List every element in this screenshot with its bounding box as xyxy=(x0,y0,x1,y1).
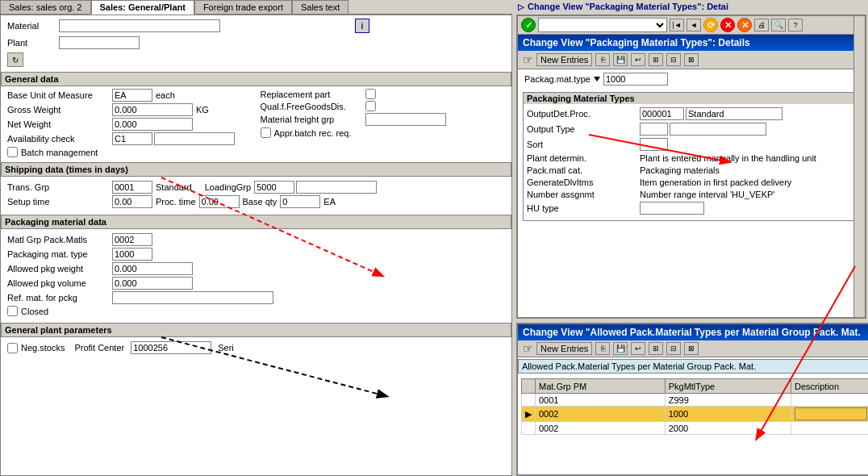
popup-extra-btn[interactable]: ⊠ xyxy=(684,342,699,355)
first-btn[interactable]: |◄ xyxy=(670,19,684,31)
closed-label: Closed xyxy=(21,307,48,316)
mat-freight-input[interactable] xyxy=(365,113,446,126)
generate-dlv-row: GenerateDlvItms Item generation in first… xyxy=(527,177,856,187)
number-assgnmt-label: Number assgnmt xyxy=(527,190,640,199)
allowed-pkg-volume-row: Allowed pkg volume xyxy=(7,277,505,290)
trans-grp-row: Trans. Grp Standard LoadingGrp xyxy=(7,181,505,194)
table-row[interactable]: 0001 Z999 xyxy=(522,394,869,407)
pkg-mat-type-value[interactable] xyxy=(603,73,668,86)
proc-time-input[interactable] xyxy=(199,195,240,208)
setup-time-label: Setup time xyxy=(7,197,112,207)
row-desc xyxy=(791,394,868,407)
delete-btn[interactable]: ✕ xyxy=(737,18,752,32)
table-row-selected[interactable]: ▶ 0002 1000 xyxy=(522,407,869,422)
new-entries-btn[interactable]: New Entries xyxy=(536,53,592,66)
tab-sales-text[interactable]: Sales text xyxy=(292,0,348,14)
tab-foreign-trade[interactable]: Foreign trade export xyxy=(194,0,292,14)
tab-sales-general[interactable]: Sales: General/Plant xyxy=(91,0,194,15)
trans-grp-input[interactable] xyxy=(112,181,152,194)
row-pkgtype-2: 2000 xyxy=(665,422,791,435)
base-unit-label: Base Unit of Measure xyxy=(7,90,112,100)
help-icon[interactable]: ? xyxy=(788,19,803,31)
allowed-pkg-volume-input[interactable] xyxy=(112,277,193,290)
copy-btn[interactable]: ⎘ xyxy=(595,53,610,66)
appr-batch-checkbox[interactable] xyxy=(261,127,271,138)
find-icon[interactable]: 🔍 xyxy=(771,19,786,31)
sort-row: Sort xyxy=(527,138,856,151)
trans-grp-label: Trans. Grp xyxy=(7,182,112,192)
table-row-2[interactable]: 0002 2000 xyxy=(522,422,869,435)
right-scrollbar[interactable] xyxy=(853,16,865,317)
dropdown-arrow xyxy=(594,77,600,81)
output-det-desc[interactable] xyxy=(686,107,782,120)
base-qty-unit: EA xyxy=(323,197,336,207)
popup-undo-btn[interactable]: ↩ xyxy=(631,342,645,355)
number-assgnmt-row: Number assgnmt Number range interval 'HU… xyxy=(527,190,856,199)
gross-weight-unit: KG xyxy=(196,105,209,115)
output-type-input[interactable] xyxy=(640,123,668,136)
neg-stocks-checkbox[interactable] xyxy=(7,343,18,353)
profit-center-input[interactable] xyxy=(131,341,211,354)
popup-window: Change View "Allowed Pack.Material Types… xyxy=(516,323,868,476)
hu-type-input[interactable] xyxy=(640,202,704,215)
popup-copy-btn[interactable]: ⎘ xyxy=(595,342,610,355)
extra-btn[interactable]: ⊠ xyxy=(684,53,699,66)
row-matgrp-2: 0002 xyxy=(536,422,666,435)
save-btn2[interactable]: 💾 xyxy=(613,53,628,66)
free-goods-row: Qual.f.FreeGoodsDis. xyxy=(261,101,506,111)
popup-move-btn[interactable]: ⊟ xyxy=(666,342,681,355)
move-btn[interactable]: ⊟ xyxy=(666,53,681,66)
availability-check-desc[interactable] xyxy=(154,132,235,145)
confirm-btn[interactable]: ✓ xyxy=(521,18,536,32)
cancel-btn[interactable]: ✕ xyxy=(720,18,735,32)
tab-sales-org[interactable]: Sales: sales org. 2 xyxy=(0,0,91,14)
base-unit-desc: each xyxy=(156,90,175,100)
gross-weight-input[interactable] xyxy=(112,103,193,116)
ref-mat-input[interactable] xyxy=(112,291,273,304)
matl-grp-row: Matl Grp Pack.Matls xyxy=(7,233,505,246)
col-header-select xyxy=(522,379,536,394)
free-goods-checkbox[interactable] xyxy=(365,101,376,111)
hu-type-row: HU type xyxy=(527,202,856,215)
gross-weight-label: Gross Weight xyxy=(7,105,112,115)
sort-input[interactable] xyxy=(640,138,668,151)
base-unit-input[interactable] xyxy=(112,89,152,102)
setup-time-input[interactable] xyxy=(112,195,152,208)
closed-checkbox[interactable] xyxy=(7,306,18,316)
prev-btn[interactable]: ◄ xyxy=(686,19,701,31)
matl-grp-input[interactable] xyxy=(112,233,152,246)
output-type-desc[interactable] xyxy=(670,123,766,136)
net-weight-input[interactable] xyxy=(112,118,193,131)
ref-btn[interactable]: ⊞ xyxy=(649,53,663,66)
batch-mgmt-checkbox[interactable] xyxy=(7,147,18,157)
ref-mat-row: Ref. mat. for pckg xyxy=(7,291,505,304)
replacement-part-checkbox[interactable] xyxy=(365,89,376,99)
appr-batch-label: Appr.batch rec. req. xyxy=(274,128,352,138)
material-input[interactable] xyxy=(59,19,220,32)
popup-ref-btn[interactable]: ⊞ xyxy=(649,342,663,355)
pkg-mat-type-input[interactable] xyxy=(112,248,152,261)
pkg-mat-type-label: Packaging mat. type xyxy=(7,249,112,259)
popup-save-btn[interactable]: 💾 xyxy=(613,342,628,355)
availability-check-input[interactable] xyxy=(112,132,152,145)
dropdown-select[interactable] xyxy=(538,18,667,32)
pkg-material-types-title: Packaging Material Types xyxy=(524,93,859,104)
plant-row: Plant xyxy=(1,33,511,51)
popup-toolbar: ☞ New Entries ⎘ 💾 ↩ ⊞ ⊟ ⊠ xyxy=(518,340,868,357)
refresh-icon-btn[interactable]: ↻ xyxy=(7,52,23,67)
undo-btn[interactable]: ↩ xyxy=(631,53,645,66)
info-icon[interactable]: i xyxy=(355,19,369,33)
right-main-window: ✓ |◄ ◄ ⟳ ✕ ✕ 🖨 🔍 ? Change View "Packagin… xyxy=(516,15,866,319)
plant-input[interactable] xyxy=(59,36,140,49)
loading-grp-input[interactable] xyxy=(254,181,294,194)
save-btn[interactable]: ⟳ xyxy=(703,18,718,32)
row-desc-sel xyxy=(791,407,868,422)
print-icon[interactable]: 🖨 xyxy=(754,19,769,31)
mat-freight-label: Material freight grp xyxy=(261,115,365,124)
output-det-input[interactable] xyxy=(640,107,684,120)
allowed-pkg-weight-input[interactable] xyxy=(112,262,193,275)
base-qty-input[interactable] xyxy=(280,195,320,208)
expand-icon: ▷ xyxy=(518,2,524,11)
loading-grp-desc[interactable] xyxy=(296,181,377,194)
popup-new-entries-btn[interactable]: New Entries xyxy=(536,342,592,355)
